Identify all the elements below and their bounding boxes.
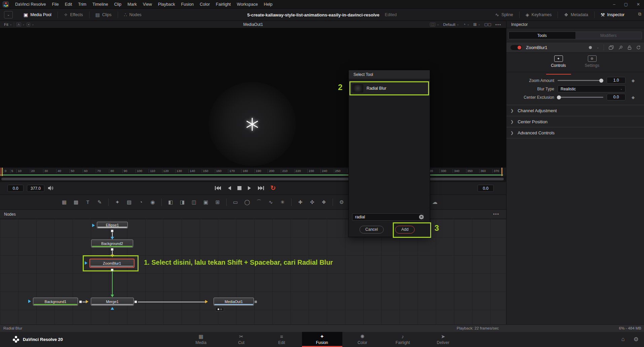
fusion-tool-icon-24[interactable]: ❖ [321, 199, 327, 205]
node-background2[interactable]: Background2 [91, 240, 133, 248]
menu-view[interactable]: View [140, 0, 155, 9]
menu-workspace[interactable]: Workspace [234, 0, 261, 9]
fusion-tool-icon-13[interactable]: ▣ [203, 199, 209, 205]
timeline-ruler[interactable]: 0510203040506070809010011012013014015016… [0, 167, 506, 176]
page-tab-media[interactable]: ▦Media [181, 332, 221, 347]
node-mediaout1[interactable]: MediaOut1 [214, 298, 254, 306]
cancel-button[interactable]: Cancel [359, 226, 384, 233]
guide-a-dropdown[interactable]: A⌄ [16, 23, 25, 27]
clear-search-icon[interactable]: ✕ [419, 215, 424, 219]
menu-fairlight[interactable]: Fairlight [213, 0, 234, 9]
audio-mute-icon[interactable] [48, 185, 54, 191]
toolbar-button-spline[interactable]: ∿Spline [489, 9, 519, 21]
close-button[interactable]: ✕ [637, 2, 640, 7]
toolbar-button-metadata[interactable]: ❖Metadata [558, 9, 594, 21]
menu-trim[interactable]: Trim [75, 0, 89, 9]
panel-layout-icon[interactable]: ⧉ [638, 11, 641, 17]
page-tab-color[interactable]: ✺Color [342, 332, 383, 347]
loop-playback-button[interactable]: ↻ [270, 184, 276, 192]
dialog-result-radial-blur[interactable]: Radial Blur [349, 81, 429, 95]
background2-output-connector[interactable] [111, 248, 113, 251]
toolbar-button-nodes[interactable]: ∴Nodes [118, 9, 148, 20]
dual-viewer-icon[interactable]: ▢▢ [484, 22, 491, 27]
menu-edit[interactable]: Edit [62, 0, 75, 9]
menu-davinci-resolve[interactable]: DaVinci Resolve [12, 0, 49, 9]
nodes-options-icon[interactable]: ••• [493, 212, 499, 217]
node-zoomblur1[interactable]: ZoomBlur1 [89, 259, 135, 268]
mediaout1-output-connector[interactable] [255, 301, 257, 303]
go-to-first-frame-button[interactable] [215, 186, 221, 190]
zoom-fit-dropdown[interactable]: Fit⌄ [4, 23, 12, 27]
roi-dropdown[interactable]: ⬚⌄ [430, 23, 439, 27]
tab-controls[interactable]: ✦ Controls [546, 55, 571, 72]
fusion-tool-icon-17[interactable]: ◯ [244, 199, 250, 205]
page-tab-deliver[interactable]: ➤Deliver [423, 332, 463, 347]
viewer-options-icon[interactable]: ••• [495, 23, 501, 27]
tab-settings[interactable]: ⚙ Settings [580, 55, 605, 72]
node-color-dot[interactable] [589, 46, 592, 49]
merge1-output-connector[interactable] [135, 301, 137, 303]
go-to-last-frame-button[interactable] [258, 186, 264, 190]
reset-icon[interactable] [636, 45, 641, 50]
zoom-amount-keyframe-icon[interactable]: ◆ [632, 78, 635, 83]
menu-help[interactable]: Help [261, 0, 276, 9]
page-tab-cut[interactable]: ✂Cut [221, 332, 262, 347]
page-tab-fusion[interactable]: ✦Fusion [302, 332, 342, 347]
guide-b-dropdown[interactable]: ▪⌄ [27, 23, 34, 27]
pin-icon[interactable] [618, 45, 623, 50]
fusion-tool-icon-10[interactable]: ◧ [167, 199, 174, 205]
minimize-button[interactable]: – [613, 2, 615, 7]
copy-settings-icon[interactable] [609, 45, 614, 50]
duration-field[interactable]: 377.0 [27, 185, 44, 192]
dialog-results-list[interactable] [349, 95, 430, 212]
fusion-tool-icon-16[interactable]: ▭ [232, 199, 238, 205]
play-reverse-button[interactable] [227, 186, 231, 190]
fusion-tool-icon-7[interactable]: ◔ [138, 199, 144, 205]
current-frame-field[interactable]: 0.0 [7, 185, 24, 192]
fusion-tool-icon-19[interactable]: ∿ [268, 199, 274, 205]
project-manager-home-icon[interactable]: ⌂ [621, 336, 624, 343]
node-color-chevron-icon[interactable]: ⌄ [597, 46, 599, 49]
play-button[interactable] [248, 186, 252, 190]
channels-dropdown[interactable]: ◔⌄ [463, 22, 469, 27]
fusion-tool-icon-3[interactable]: ✎ [97, 199, 103, 205]
stop-button[interactable] [237, 186, 241, 190]
fusion-tool-icon-1[interactable]: ▩ [73, 199, 79, 205]
node-ellipse1[interactable]: Ellipse1 [97, 222, 128, 228]
expand-toolbar-button[interactable]: ⌄ [4, 11, 13, 18]
toolbar-button-keyframes[interactable]: ◈Keyframes [520, 9, 558, 21]
zoomblur1-output-connector[interactable] [111, 269, 113, 271]
menu-playback[interactable]: Playback [155, 0, 178, 9]
grid-dropdown[interactable]: ⊞⌄ [473, 22, 480, 27]
node-enable-toggle[interactable] [510, 45, 522, 50]
cloud-tool-icon[interactable]: ☁ [432, 199, 438, 205]
blur-type-dropdown[interactable]: Realistic⌄ [558, 85, 626, 92]
fusion-tool-icon-12[interactable]: ◫ [191, 199, 197, 205]
center-exclusion-slider[interactable] [558, 97, 603, 98]
playback-speed-field[interactable]: 0.0 [478, 185, 494, 192]
background1-input-connector[interactable] [28, 300, 31, 303]
toolbar-button-media-pool[interactable]: ▣Media Pool [17, 9, 58, 20]
menu-clip[interactable]: Clip [111, 0, 125, 9]
zoom-amount-slider[interactable] [558, 80, 603, 81]
viewer-canvas[interactable] [0, 28, 506, 167]
fusion-tool-icon-23[interactable]: ✜ [309, 199, 315, 205]
fusion-tool-icon-2[interactable]: T [85, 199, 91, 205]
fusion-tool-icon-22[interactable]: ✚ [297, 199, 303, 205]
section-channel-adjustment[interactable]: ❯Channel Adjustment [506, 105, 644, 116]
menu-fusion[interactable]: Fusion [178, 0, 197, 9]
lock-icon[interactable] [628, 45, 632, 50]
lut-dropdown[interactable]: Default⌄ [443, 23, 459, 27]
tab-tools[interactable]: Tools [509, 32, 575, 39]
section-center-position[interactable]: ❯Center Position [506, 116, 644, 127]
merge1-mask-connector[interactable] [111, 307, 114, 310]
fusion-tool-icon-0[interactable]: ▦ [61, 199, 67, 205]
fusion-tool-icon-6[interactable]: ▨ [126, 199, 132, 205]
zoom-amount-value[interactable]: 1.0 [607, 77, 626, 84]
toolbar-button-effects[interactable]: ✧Effects [58, 9, 89, 20]
tab-modifiers[interactable]: Modifiers [575, 32, 642, 39]
toolbar-button-clips[interactable]: ▤Clips [89, 9, 118, 20]
fusion-tool-icon-18[interactable]: ⌒ [256, 199, 262, 205]
ellipse1-output-connector[interactable] [111, 230, 113, 232]
ellipse1-input-connector[interactable] [92, 224, 95, 227]
